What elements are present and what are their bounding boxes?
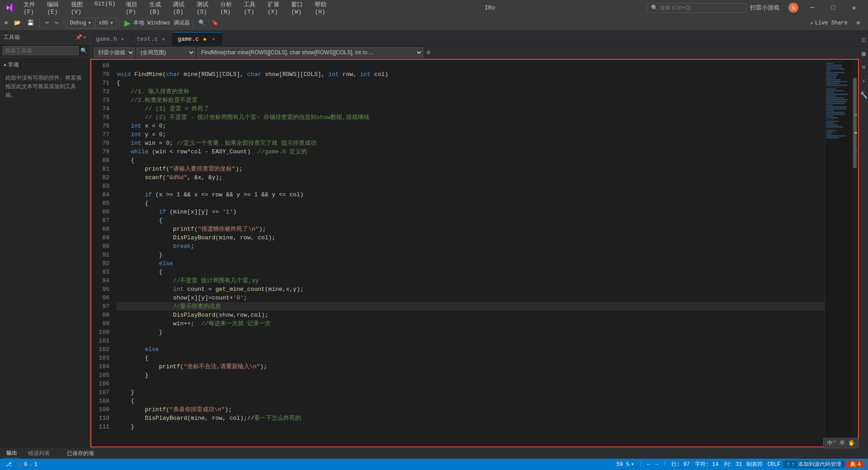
split-editor-icon[interactable]: ⊞	[425, 49, 432, 56]
tab-game-h[interactable]: game.h ✕	[90, 32, 131, 46]
close-button[interactable]: ✕	[844, 0, 864, 15]
func-select[interactable]: FindMine(char mine[ROWS][COLS], char sho…	[197, 47, 423, 57]
maximize-button[interactable]: □	[823, 0, 844, 15]
menu-edit[interactable]: 编辑(E)	[42, 0, 65, 16]
output-bar: 输出 错误列表 已保存的项	[0, 447, 868, 459]
line-number: 103	[91, 354, 109, 362]
code-editor: 6970717273747576777879808182838485868788…	[90, 59, 859, 447]
tab-size[interactable]: 制表符	[745, 461, 764, 468]
title-search[interactable]: 🔍	[647, 3, 746, 13]
notification-count[interactable]: 🔔 4	[846, 461, 864, 468]
toolbox-close-icon[interactable]: ✕	[83, 34, 86, 41]
config-dropdown[interactable]: Debug ▾	[67, 18, 94, 28]
code-content[interactable]: void FindMine(char mine[ROWS][COLS], cha…	[113, 60, 825, 446]
code-line: // (2) 不是雷 - 统计坐标周围有几个雷- 存储排查雷的信息到show数组…	[117, 113, 825, 122]
app-title-center: IRo	[333, 5, 647, 11]
menu-view[interactable]: 视图(V)	[66, 0, 89, 16]
line-number: 110	[91, 414, 109, 423]
code-line: //不是雷 统计周围有几个雷,xy	[117, 276, 825, 285]
rs-icon-2[interactable]: ▦	[860, 48, 867, 59]
zoom-item[interactable]: 59 % ▾	[614, 461, 636, 468]
navigate-forward[interactable]: →	[653, 461, 660, 468]
toolbox-search[interactable]: 🔍	[0, 44, 90, 57]
run-button[interactable]: ▶	[123, 18, 132, 28]
run-config-label[interactable]: 本地 Windows 调试器	[133, 19, 190, 27]
minimize-button[interactable]: ─	[802, 0, 823, 15]
menu-help[interactable]: 帮助(H)	[310, 0, 333, 16]
search-input[interactable]	[660, 5, 741, 11]
toolbar-sep3	[119, 19, 120, 28]
code-line: int x = 0;	[117, 122, 825, 130]
line-number: 89	[91, 233, 109, 242]
output-tab[interactable]: 输出	[4, 448, 20, 458]
tab-game-c[interactable]: game.c ● ✕	[172, 32, 222, 46]
code-line: DisPlayBoard(show,row,col);	[117, 311, 825, 319]
menu-tools[interactable]: 工具(T)	[239, 0, 262, 16]
tabs-bar: game.h ✕ test.c ✕ game.c ● ✕	[90, 31, 859, 46]
platform-dropdown[interactable]: x86 ▾	[95, 18, 117, 28]
rs-icon-1[interactable]: ◫	[860, 34, 867, 45]
error-count[interactable]: ✕ 0 ⚠ 1	[19, 461, 38, 468]
minimap-line	[826, 68, 844, 70]
toolbox-search-input[interactable]	[3, 46, 79, 55]
save-icon: 💾	[27, 19, 34, 26]
line-number: 81	[91, 165, 109, 173]
toolbox-pin-icon[interactable]: 📌	[75, 34, 82, 41]
rs-icon-4[interactable]: ⚡	[860, 76, 867, 86]
scroll-thumb[interactable]	[853, 78, 857, 168]
toolbar-undo[interactable]: ↩	[42, 17, 51, 29]
toolbar-bookmarks[interactable]: 🔖	[209, 17, 221, 29]
menu-window[interactable]: 窗口(W)	[287, 0, 309, 16]
minimap-line	[826, 95, 836, 97]
editor-area: game.h ✕ test.c ✕ game.c ● ✕ 扫雷小游戏 (全局范围…	[90, 31, 859, 447]
scope-select[interactable]: (全局范围)	[137, 47, 195, 57]
toolbar-new[interactable]: ⊕	[2, 17, 10, 29]
line-number: 69	[91, 62, 109, 70]
tab-close-game-h[interactable]: ✕	[120, 36, 126, 43]
toolbox-section-header[interactable]: ▲ 常规	[0, 59, 90, 71]
menu-file[interactable]: 文件(F)	[19, 0, 42, 16]
navigate-back[interactable]: ←	[646, 461, 652, 468]
add-to-source-control[interactable]: ↑ ↑ 添加到源代码管理	[783, 461, 845, 468]
menu-analyze[interactable]: 分析(N)	[216, 0, 238, 16]
menu-git[interactable]: Git(G)	[90, 0, 120, 16]
toolbar-save[interactable]: 💾	[24, 17, 37, 29]
minimap-line	[826, 101, 847, 102]
line-ending[interactable]: CRLF	[765, 461, 782, 468]
minimap-line	[826, 132, 833, 133]
chevron-down-icon: ▲	[4, 62, 6, 67]
toolbar-find[interactable]: 🔍	[196, 17, 208, 29]
scrollbar[interactable]	[852, 60, 858, 446]
minimap-line	[826, 97, 844, 99]
line-number: 85	[91, 199, 109, 208]
menu-build[interactable]: 生成(B)	[145, 0, 167, 16]
line-number: 84	[91, 190, 109, 199]
file-select[interactable]: 扫雷小游戏	[94, 47, 135, 57]
menu-test[interactable]: 测试(S)	[192, 0, 215, 16]
rs-icon-3[interactable]: ≡	[860, 62, 867, 72]
toolbar-sep4	[193, 19, 193, 28]
minimap-line	[826, 61, 844, 62]
menu-project[interactable]: 项目(P)	[121, 0, 144, 16]
error-list-tab[interactable]: 错误列表	[25, 449, 52, 458]
minimap[interactable]	[825, 60, 852, 446]
tab-close-game-c[interactable]: ✕	[211, 36, 217, 43]
menu-extensions[interactable]: 扩展(X)	[263, 0, 286, 16]
line-number: 111	[91, 423, 109, 431]
source-control-button[interactable]: ⎇	[4, 461, 14, 468]
tab-test-c[interactable]: test.c ✕	[131, 32, 172, 46]
minimap-line	[826, 66, 841, 68]
menu-debug[interactable]: 调试(D)	[168, 0, 191, 16]
live-share-button[interactable]: ↗ Live Share	[807, 19, 851, 27]
line-number: 108	[91, 397, 109, 405]
row-col-info[interactable]: 行: 97 字符: 14 列: 31	[670, 461, 744, 468]
gear-icon: ⚙	[857, 19, 860, 26]
toolbar-settings[interactable]: ⚙	[854, 17, 863, 29]
line-number: 82	[91, 173, 109, 182]
toolbar-redo[interactable]: ↪	[52, 17, 61, 29]
code-line: printf("很遗憾你被炸死了\n");	[117, 225, 825, 233]
tab-close-test-c[interactable]: ✕	[160, 36, 166, 43]
toolbar-open[interactable]: 📂	[11, 17, 24, 29]
line-number: 93	[91, 268, 109, 276]
rs-icon-5[interactable]: 🔧	[859, 90, 868, 100]
